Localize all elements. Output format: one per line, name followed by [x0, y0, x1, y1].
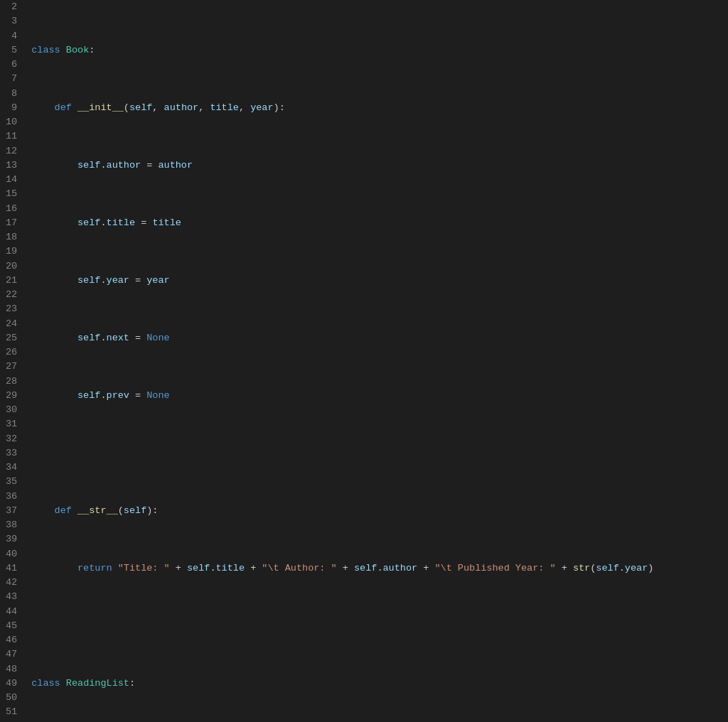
code-line-8: self.prev = None: [31, 389, 728, 403]
code-line-2: class Book:: [31, 43, 728, 58]
code-line-7: self.next = None: [31, 331, 728, 345]
code-line-11: return "Title: " + self.title + "\t Auth…: [31, 561, 728, 576]
code-line-3: def __init__(self, author, title, year):: [31, 101, 728, 115]
code-line-6: self.year = year: [31, 274, 728, 288]
line-numbers: 2 3 4 5 6 7 8 9 10 11 12 13 14 15 16 17 …: [0, 0, 26, 722]
code-line-4: self.author = author: [31, 158, 728, 173]
code-text[interactable]: class Book: def __init__(self, author, t…: [26, 0, 728, 722]
code-line-10: def __str__(self):: [31, 504, 728, 518]
code-line-5: self.title = title: [31, 216, 728, 230]
code-line-12: [31, 619, 728, 633]
code-line-13: class ReadingList:: [31, 677, 728, 691]
code-line-9: [31, 446, 728, 460]
code-editor: 2 3 4 5 6 7 8 9 10 11 12 13 14 15 16 17 …: [0, 0, 728, 722]
